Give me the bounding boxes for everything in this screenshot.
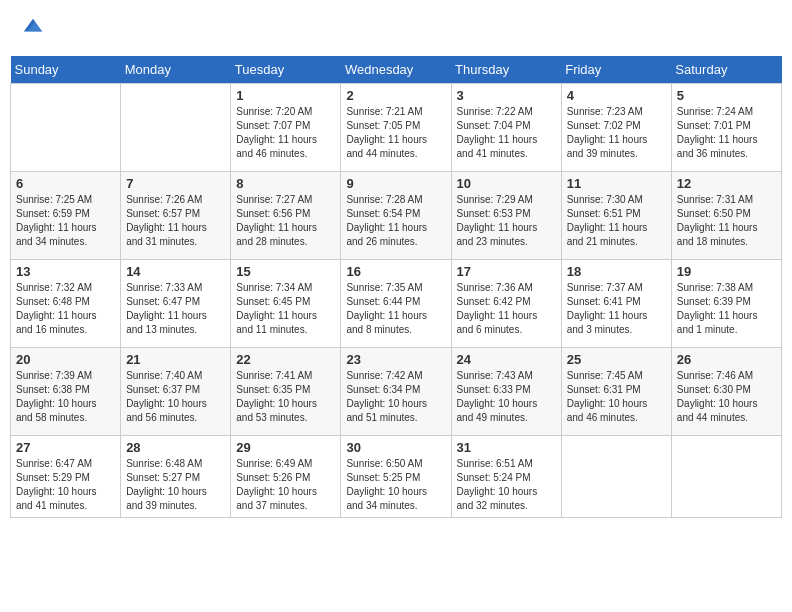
day-number: 21 [126,352,225,367]
day-info: Sunrise: 7:28 AM Sunset: 6:54 PM Dayligh… [346,193,445,249]
calendar-cell: 9Sunrise: 7:28 AM Sunset: 6:54 PM Daylig… [341,172,451,260]
day-info: Sunrise: 7:32 AM Sunset: 6:48 PM Dayligh… [16,281,115,337]
day-header-friday: Friday [561,56,671,84]
day-info: Sunrise: 7:36 AM Sunset: 6:42 PM Dayligh… [457,281,556,337]
day-number: 16 [346,264,445,279]
day-number: 20 [16,352,115,367]
calendar-cell: 10Sunrise: 7:29 AM Sunset: 6:53 PM Dayli… [451,172,561,260]
day-info: Sunrise: 6:48 AM Sunset: 5:27 PM Dayligh… [126,457,225,513]
day-info: Sunrise: 7:39 AM Sunset: 6:38 PM Dayligh… [16,369,115,425]
day-info: Sunrise: 7:27 AM Sunset: 6:56 PM Dayligh… [236,193,335,249]
day-number: 30 [346,440,445,455]
day-info: Sunrise: 7:30 AM Sunset: 6:51 PM Dayligh… [567,193,666,249]
day-info: Sunrise: 7:22 AM Sunset: 7:04 PM Dayligh… [457,105,556,161]
calendar-cell: 8Sunrise: 7:27 AM Sunset: 6:56 PM Daylig… [231,172,341,260]
day-info: Sunrise: 6:50 AM Sunset: 5:25 PM Dayligh… [346,457,445,513]
calendar-cell: 30Sunrise: 6:50 AM Sunset: 5:25 PM Dayli… [341,436,451,518]
day-info: Sunrise: 7:21 AM Sunset: 7:05 PM Dayligh… [346,105,445,161]
day-number: 1 [236,88,335,103]
day-number: 18 [567,264,666,279]
day-info: Sunrise: 7:38 AM Sunset: 6:39 PM Dayligh… [677,281,776,337]
day-info: Sunrise: 7:41 AM Sunset: 6:35 PM Dayligh… [236,369,335,425]
calendar-cell: 14Sunrise: 7:33 AM Sunset: 6:47 PM Dayli… [121,260,231,348]
calendar-cell: 7Sunrise: 7:26 AM Sunset: 6:57 PM Daylig… [121,172,231,260]
day-number: 3 [457,88,556,103]
calendar-cell: 1Sunrise: 7:20 AM Sunset: 7:07 PM Daylig… [231,84,341,172]
day-number: 2 [346,88,445,103]
day-number: 14 [126,264,225,279]
day-info: Sunrise: 6:51 AM Sunset: 5:24 PM Dayligh… [457,457,556,513]
calendar-cell: 6Sunrise: 7:25 AM Sunset: 6:59 PM Daylig… [11,172,121,260]
calendar-week-row: 20Sunrise: 7:39 AM Sunset: 6:38 PM Dayli… [11,348,782,436]
calendar-cell: 31Sunrise: 6:51 AM Sunset: 5:24 PM Dayli… [451,436,561,518]
day-number: 29 [236,440,335,455]
day-info: Sunrise: 7:24 AM Sunset: 7:01 PM Dayligh… [677,105,776,161]
calendar-cell: 2Sunrise: 7:21 AM Sunset: 7:05 PM Daylig… [341,84,451,172]
day-number: 6 [16,176,115,191]
calendar-cell: 28Sunrise: 6:48 AM Sunset: 5:27 PM Dayli… [121,436,231,518]
day-number: 26 [677,352,776,367]
day-number: 13 [16,264,115,279]
calendar-cell: 3Sunrise: 7:22 AM Sunset: 7:04 PM Daylig… [451,84,561,172]
calendar-cell: 23Sunrise: 7:42 AM Sunset: 6:34 PM Dayli… [341,348,451,436]
day-number: 27 [16,440,115,455]
calendar-cell [671,436,781,518]
calendar-cell [11,84,121,172]
day-info: Sunrise: 7:40 AM Sunset: 6:37 PM Dayligh… [126,369,225,425]
day-number: 7 [126,176,225,191]
day-number: 8 [236,176,335,191]
day-header-sunday: Sunday [11,56,121,84]
day-number: 24 [457,352,556,367]
calendar-cell: 15Sunrise: 7:34 AM Sunset: 6:45 PM Dayli… [231,260,341,348]
calendar-cell: 4Sunrise: 7:23 AM Sunset: 7:02 PM Daylig… [561,84,671,172]
calendar-cell: 17Sunrise: 7:36 AM Sunset: 6:42 PM Dayli… [451,260,561,348]
calendar-cell: 5Sunrise: 7:24 AM Sunset: 7:01 PM Daylig… [671,84,781,172]
day-number: 22 [236,352,335,367]
calendar-cell: 26Sunrise: 7:46 AM Sunset: 6:30 PM Dayli… [671,348,781,436]
calendar-cell: 20Sunrise: 7:39 AM Sunset: 6:38 PM Dayli… [11,348,121,436]
calendar-cell: 12Sunrise: 7:31 AM Sunset: 6:50 PM Dayli… [671,172,781,260]
calendar-cell: 24Sunrise: 7:43 AM Sunset: 6:33 PM Dayli… [451,348,561,436]
calendar-table: SundayMondayTuesdayWednesdayThursdayFrid… [10,56,782,518]
day-info: Sunrise: 7:43 AM Sunset: 6:33 PM Dayligh… [457,369,556,425]
day-number: 19 [677,264,776,279]
day-info: Sunrise: 7:33 AM Sunset: 6:47 PM Dayligh… [126,281,225,337]
calendar-cell: 11Sunrise: 7:30 AM Sunset: 6:51 PM Dayli… [561,172,671,260]
calendar-cell: 25Sunrise: 7:45 AM Sunset: 6:31 PM Dayli… [561,348,671,436]
day-number: 9 [346,176,445,191]
day-number: 11 [567,176,666,191]
calendar-cell [561,436,671,518]
page-header [10,10,782,46]
calendar-cell: 18Sunrise: 7:37 AM Sunset: 6:41 PM Dayli… [561,260,671,348]
day-info: Sunrise: 7:23 AM Sunset: 7:02 PM Dayligh… [567,105,666,161]
calendar-week-row: 1Sunrise: 7:20 AM Sunset: 7:07 PM Daylig… [11,84,782,172]
day-info: Sunrise: 7:29 AM Sunset: 6:53 PM Dayligh… [457,193,556,249]
day-number: 10 [457,176,556,191]
day-number: 5 [677,88,776,103]
day-number: 17 [457,264,556,279]
day-number: 12 [677,176,776,191]
calendar-cell [121,84,231,172]
calendar-cell: 22Sunrise: 7:41 AM Sunset: 6:35 PM Dayli… [231,348,341,436]
day-info: Sunrise: 7:25 AM Sunset: 6:59 PM Dayligh… [16,193,115,249]
day-info: Sunrise: 7:34 AM Sunset: 6:45 PM Dayligh… [236,281,335,337]
calendar-cell: 19Sunrise: 7:38 AM Sunset: 6:39 PM Dayli… [671,260,781,348]
day-info: Sunrise: 6:49 AM Sunset: 5:26 PM Dayligh… [236,457,335,513]
calendar-header-row: SundayMondayTuesdayWednesdayThursdayFrid… [11,56,782,84]
day-info: Sunrise: 7:45 AM Sunset: 6:31 PM Dayligh… [567,369,666,425]
day-header-saturday: Saturday [671,56,781,84]
calendar-week-row: 13Sunrise: 7:32 AM Sunset: 6:48 PM Dayli… [11,260,782,348]
day-header-tuesday: Tuesday [231,56,341,84]
day-info: Sunrise: 7:42 AM Sunset: 6:34 PM Dayligh… [346,369,445,425]
day-info: Sunrise: 7:46 AM Sunset: 6:30 PM Dayligh… [677,369,776,425]
day-info: Sunrise: 6:47 AM Sunset: 5:29 PM Dayligh… [16,457,115,513]
calendar-cell: 27Sunrise: 6:47 AM Sunset: 5:29 PM Dayli… [11,436,121,518]
day-number: 28 [126,440,225,455]
calendar-week-row: 27Sunrise: 6:47 AM Sunset: 5:29 PM Dayli… [11,436,782,518]
calendar-cell: 29Sunrise: 6:49 AM Sunset: 5:26 PM Dayli… [231,436,341,518]
day-info: Sunrise: 7:31 AM Sunset: 6:50 PM Dayligh… [677,193,776,249]
day-number: 31 [457,440,556,455]
day-number: 15 [236,264,335,279]
logo [20,15,44,41]
logo-icon [22,15,44,41]
